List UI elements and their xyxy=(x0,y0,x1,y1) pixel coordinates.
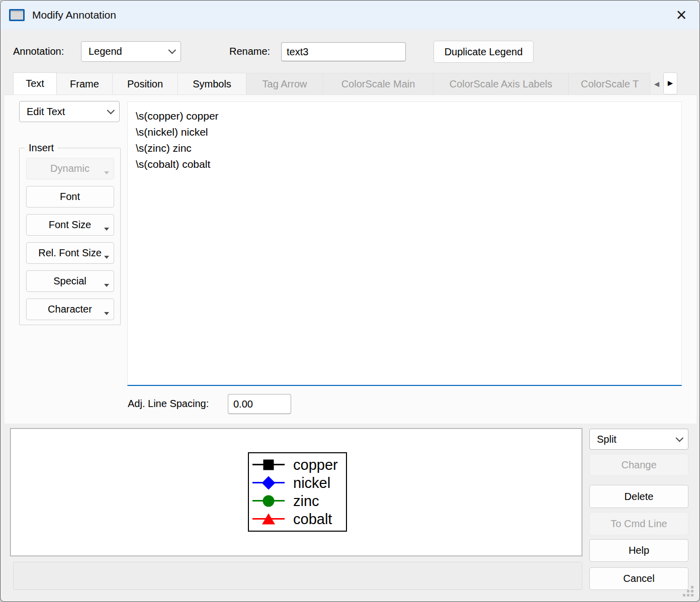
cancel-button[interactable]: Cancel xyxy=(589,567,688,590)
edit-mode-select[interactable]: Edit Text xyxy=(19,101,120,122)
close-icon[interactable]: × xyxy=(671,6,691,25)
legend-item: cobalt xyxy=(252,510,346,528)
legend-sample xyxy=(252,456,285,474)
insert-character-button[interactable]: Character xyxy=(26,298,114,320)
window-icon xyxy=(9,9,25,21)
insert-font-button[interactable]: Font xyxy=(26,186,114,208)
legend-sample xyxy=(252,474,285,492)
legend-item: nickel xyxy=(252,474,346,492)
insert-font-size-label: Font Size xyxy=(49,219,91,231)
legend-sample xyxy=(252,492,285,510)
tab-scroll-left-icon: ◄ xyxy=(650,74,663,94)
status-strip xyxy=(13,562,582,590)
legend-label: cobalt xyxy=(293,512,332,527)
tab-colorscale-main: ColorScale Main xyxy=(323,73,433,94)
duplicate-legend-button[interactable]: Duplicate Legend xyxy=(433,41,534,63)
modify-annotation-dialog: Modify Annotation × Annotation: Legend R… xyxy=(0,0,700,602)
change-button: Change xyxy=(589,454,688,476)
diamond-marker-icon xyxy=(262,476,276,490)
tab-colorscale-axis-labels: ColorScale Axis Labels xyxy=(433,73,569,94)
annotation-preview-panel: copper nickel zinc xyxy=(10,428,582,556)
title-bar[interactable]: Modify Annotation × xyxy=(1,1,699,30)
legend-sample xyxy=(252,510,285,528)
legend-label: zinc xyxy=(293,494,319,509)
insert-dynamic-label: Dynamic xyxy=(50,163,90,174)
insert-group-label: Insert xyxy=(25,142,58,154)
legend-preview: copper nickel zinc xyxy=(248,452,347,532)
line-spacing-input[interactable] xyxy=(228,394,291,414)
insert-special-button[interactable]: Special xyxy=(26,270,114,292)
split-select-value: Split xyxy=(597,434,671,445)
tab-tag-arrow: Tag Arrow xyxy=(246,73,323,94)
annotation-select[interactable]: Legend xyxy=(81,41,181,62)
menu-arrow-icon xyxy=(104,284,109,287)
tab-bar: Text Frame Position Symbols Tag Arrow Co… xyxy=(13,72,677,94)
insert-group: Insert Dynamic Font Font Size Rel. Font … xyxy=(19,142,121,325)
tab-symbols[interactable]: Symbols xyxy=(178,73,246,94)
insert-special-label: Special xyxy=(53,275,86,287)
menu-arrow-icon xyxy=(104,256,109,259)
annotation-label: Annotation: xyxy=(13,46,64,57)
menu-arrow-icon xyxy=(104,312,109,315)
edit-mode-select-value: Edit Text xyxy=(27,106,103,118)
insert-rel-font-size-label: Rel. Font Size xyxy=(38,247,102,259)
insert-rel-font-size-button[interactable]: Rel. Font Size xyxy=(26,242,114,264)
insert-character-label: Character xyxy=(48,304,92,315)
chevron-down-icon xyxy=(168,46,177,54)
legend-label: copper xyxy=(293,458,338,472)
legend-item: copper xyxy=(252,456,346,474)
chevron-down-icon xyxy=(107,106,115,114)
tab-scroll-right-icon[interactable]: ► xyxy=(663,72,677,94)
menu-arrow-icon xyxy=(104,171,109,174)
legend-label: nickel xyxy=(293,476,330,490)
tab-position[interactable]: Position xyxy=(113,73,178,94)
window-title: Modify Annotation xyxy=(32,9,116,21)
chevron-down-icon xyxy=(676,434,684,442)
tab-frame[interactable]: Frame xyxy=(57,73,113,94)
tab-text[interactable]: Text xyxy=(13,72,57,94)
annotation-select-value: Legend xyxy=(89,46,164,57)
legend-item: zinc xyxy=(252,492,346,510)
split-select[interactable]: Split xyxy=(589,429,688,450)
square-marker-icon xyxy=(264,460,274,470)
insert-font-label: Font xyxy=(60,191,80,203)
resize-grip-icon[interactable] xyxy=(683,586,695,598)
rename-input[interactable] xyxy=(281,42,406,61)
menu-arrow-icon xyxy=(104,228,109,231)
delete-button[interactable]: Delete xyxy=(589,485,688,508)
help-button[interactable]: Help xyxy=(589,539,688,562)
triangle-marker-icon xyxy=(262,514,275,525)
insert-font-size-button[interactable]: Font Size xyxy=(26,214,114,236)
circle-marker-icon xyxy=(263,495,275,507)
tab-colorscale-ticks: ColorScale T xyxy=(569,73,650,94)
rename-label: Rename: xyxy=(229,46,270,57)
annotation-text-editor[interactable]: \s(copper) copper \s(nickel) nickel \s(z… xyxy=(127,102,682,386)
to-cmd-line-button: To Cmd Line xyxy=(589,512,688,535)
insert-dynamic-button: Dynamic xyxy=(26,158,114,179)
text-tab-page: Edit Text Insert Dynamic Font Font Size … xyxy=(5,94,696,424)
line-spacing-label: Adj. Line Spacing: xyxy=(128,398,209,410)
